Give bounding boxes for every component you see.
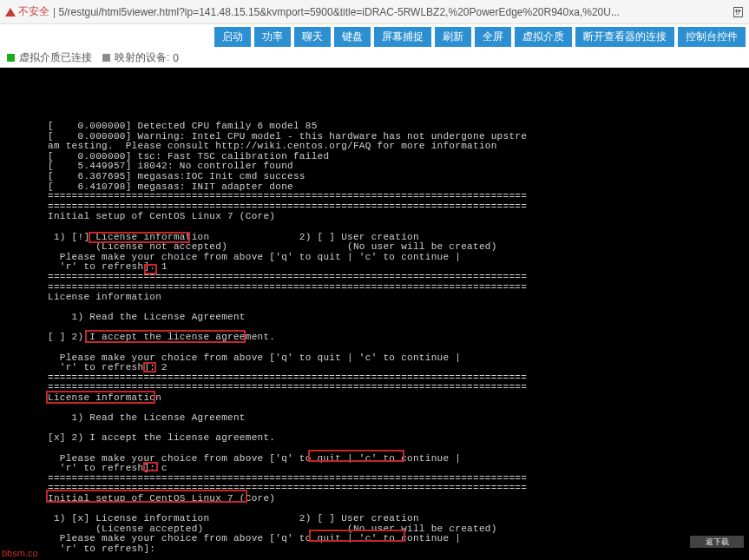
toolbar-refresh-button[interactable]: 刷新	[435, 27, 471, 47]
toolbar-virtual-media-button[interactable]: 虚拟介质	[515, 27, 572, 47]
status-mapped-count: 0	[173, 52, 179, 64]
status-media-label: 虚拟介质已连接	[19, 50, 92, 65]
remote-console[interactable]: [ 0.000000] Detected CPU family 6 model …	[0, 68, 749, 560]
insecure-warning: 不安全	[5, 4, 49, 19]
status-green-icon	[7, 54, 15, 62]
toolbar-power-button[interactable]: 功率	[254, 27, 291, 47]
toolbar: 启动 功率 聊天 键盘 屏幕捕捉 刷新 全屏 虚拟介质 断开查看器的连接 控制台…	[0, 24, 749, 49]
insecure-label: 不安全	[18, 4, 49, 19]
status-mapped-label: 映射的设备:	[115, 50, 169, 65]
toolbar-chat-button[interactable]: 聊天	[294, 27, 331, 47]
toolbar-fullscreen-button[interactable]: 全屏	[475, 27, 511, 47]
translate-icon[interactable]: 🈂	[732, 5, 744, 19]
toolbar-start-button[interactable]: 启动	[214, 27, 251, 47]
toolbar-disconnect-button[interactable]: 断开查看器的连接	[575, 27, 674, 47]
terminal-output: [ 0.000000] Detected CPU family 6 model …	[48, 122, 527, 555]
toolbar-screenshot-button[interactable]: 屏幕捕捉	[374, 27, 431, 47]
status-bar: 虚拟介质已连接 映射的设备: 0	[0, 49, 749, 68]
toolbar-console-controls-button[interactable]: 控制台控件	[678, 27, 746, 47]
toolbar-keyboard-button[interactable]: 键盘	[334, 27, 371, 47]
url-text[interactable]: 5/restgui/html5viewer.html?ip=141.48.15.…	[58, 6, 619, 18]
address-bar: 不安全 | 5/restgui/html5viewer.html?ip=141.…	[0, 0, 749, 24]
status-gray-icon	[102, 54, 110, 62]
corner-widget[interactable]: 返下载	[690, 536, 744, 548]
watermark: bbsm.co	[2, 548, 38, 558]
warning-icon	[5, 8, 16, 16]
